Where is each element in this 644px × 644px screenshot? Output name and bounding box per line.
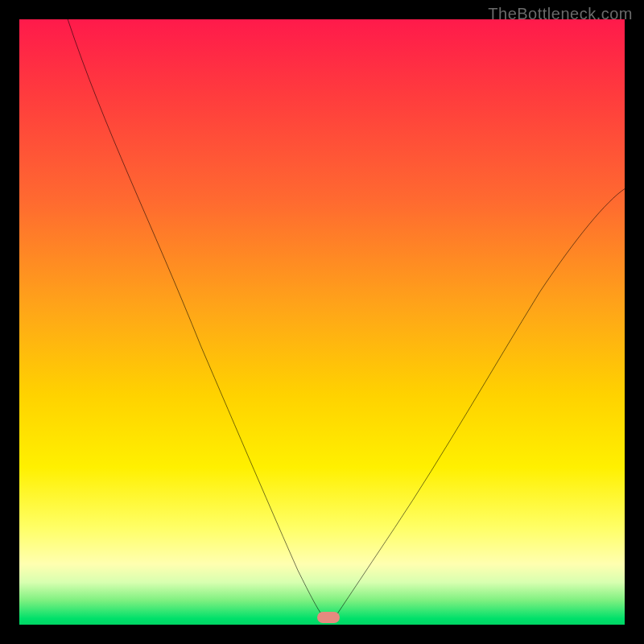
chart-frame: TheBottleneck.com (0, 0, 644, 644)
dip-marker (317, 612, 340, 623)
bottleneck-curve (19, 19, 625, 625)
curve-right (334, 189, 625, 619)
plot-area (19, 19, 625, 625)
curve-left (68, 19, 325, 618)
